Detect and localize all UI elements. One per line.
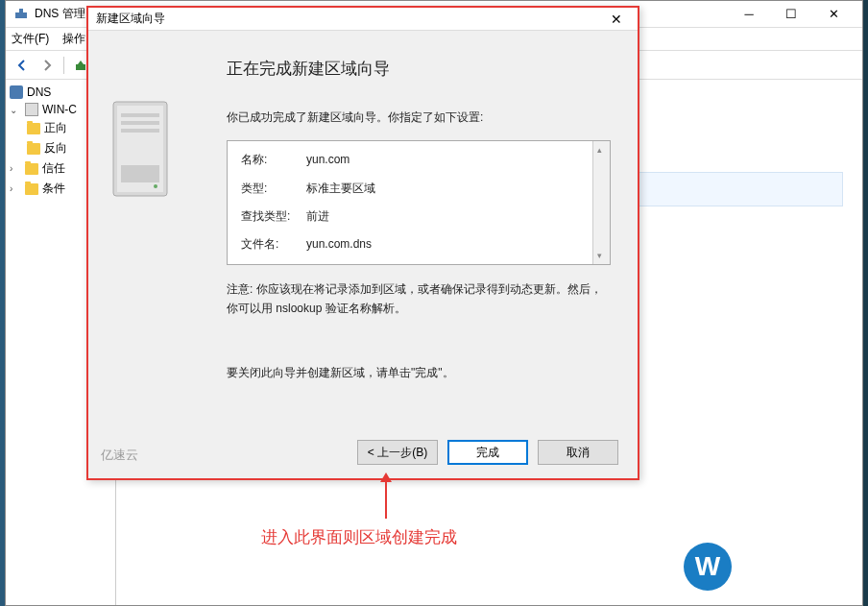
annotation-text: 进入此界面则区域创建完成 — [261, 526, 457, 548]
dialog-title: 新建区域向导 — [96, 11, 603, 27]
folder-icon — [27, 143, 40, 155]
dns-app-icon — [13, 7, 29, 22]
summary-name-label: 名称: — [241, 151, 306, 169]
summary-type-label: 类型: — [241, 180, 306, 198]
maximize-button[interactable]: ☐ — [770, 1, 812, 28]
expand-icon[interactable]: › — [10, 163, 21, 174]
wizard-note: 注意: 你应该现在将记录添加到区域，或者确保记录得到动态更新。然后，你可以用 n… — [227, 280, 611, 317]
svg-point-9 — [154, 184, 157, 188]
wizard-description: 你已成功完成了新建区域向导。你指定了如下设置: — [227, 109, 611, 127]
forward-button[interactable] — [36, 55, 58, 76]
svg-rect-5 — [121, 113, 159, 117]
summary-lookup-value: 前进 — [306, 207, 329, 226]
wizard-final-text: 要关闭此向导并创建新区域，请单击"完成"。 — [227, 364, 611, 382]
svg-rect-6 — [121, 121, 159, 125]
server-illustration-icon — [108, 96, 173, 202]
svg-rect-7 — [121, 129, 159, 133]
summary-name-value: yun.com — [306, 151, 350, 169]
close-button[interactable]: ✕ — [812, 1, 855, 28]
wizard-graphic — [108, 48, 204, 430]
server-icon — [25, 103, 38, 116]
dns-icon — [10, 85, 23, 99]
minimize-button[interactable]: ─ — [728, 1, 770, 28]
collapse-icon[interactable]: ⌄ — [10, 105, 21, 115]
back-button[interactable]: < 上一步(B) — [357, 440, 438, 465]
watermark-main: 网站那些事 — [739, 546, 855, 575]
back-button[interactable] — [12, 55, 33, 76]
summary-file-label: 文件名: — [241, 235, 306, 254]
expand-icon[interactable]: › — [10, 183, 21, 194]
menu-file[interactable]: 文件(F) — [12, 31, 49, 47]
dialog-close-button[interactable]: ✕ — [603, 9, 630, 30]
summary-scrollbar[interactable] — [592, 141, 610, 264]
wizard-summary-box: 名称:yun.com 类型:标准主要区域 查找类型:前进 文件名:yun.com… — [227, 140, 611, 265]
watermark-sub: wangzhanshi.COM — [739, 575, 855, 587]
wizard-heading: 正在完成新建区域向导 — [227, 56, 611, 82]
dialog-titlebar: 新建区域向导 ✕ — [88, 8, 638, 31]
menu-action[interactable]: 操作 — [62, 31, 85, 47]
summary-lookup-label: 查找类型: — [241, 207, 306, 226]
watermark-logo: W — [684, 543, 732, 591]
svg-rect-1 — [19, 9, 23, 12]
svg-rect-0 — [15, 12, 27, 18]
summary-file-value: yun.com.dns — [306, 235, 372, 254]
folder-icon — [25, 183, 38, 195]
svg-rect-8 — [121, 165, 159, 182]
summary-type-value: 标准主要区域 — [306, 180, 375, 198]
annotation-arrow — [380, 480, 387, 519]
svg-rect-2 — [76, 64, 85, 70]
watermark: W 网站那些事 wangzhanshi.COM — [684, 543, 855, 591]
cancel-button[interactable]: 取消 — [538, 440, 618, 465]
folder-icon — [27, 123, 40, 134]
finish-button[interactable]: 完成 — [447, 440, 528, 465]
folder-icon — [25, 163, 38, 175]
new-zone-wizard-dialog: 新建区域向导 ✕ 正在完成新建区域向导 你已成功完成了新建区域向导。你指定了如下… — [86, 6, 639, 480]
small-watermark: 亿速云 — [101, 447, 138, 464]
